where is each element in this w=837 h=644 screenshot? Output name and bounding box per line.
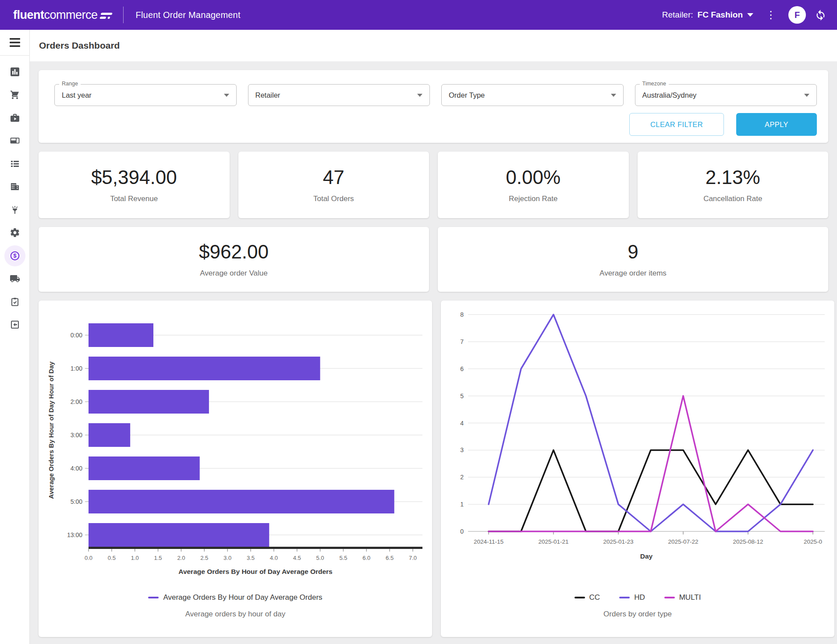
list-icon <box>10 159 20 169</box>
retailer-switcher[interactable]: Retailer: FC Fashion <box>662 10 753 20</box>
box-arrow-icon <box>10 319 20 330</box>
category-label: 0:00 <box>71 332 82 339</box>
kpi-value: 0.00% <box>506 166 560 188</box>
category-label: 13:00 <box>67 531 82 538</box>
line-chart-subtitle: Orders by order type <box>603 610 672 619</box>
header-divider <box>123 7 124 23</box>
sidebar-item-gear[interactable] <box>4 222 25 243</box>
legend-item[interactable]: Average Orders By Hour of Day Average Or… <box>148 593 322 602</box>
kpi-value: 9 <box>628 241 638 263</box>
kpi-average-order-items: 9 Average order items <box>438 227 828 292</box>
legend-item-HD[interactable]: HD <box>619 593 645 602</box>
order-type-select[interactable]: Order Type <box>441 84 624 106</box>
retailer-select[interactable]: Retailer <box>248 84 430 106</box>
sidebar-item-briefcase-play[interactable] <box>4 107 25 128</box>
overflow-menu-button[interactable]: ⋮ <box>762 8 780 22</box>
sidebar-item-dollar-circle[interactable]: $ <box>4 245 25 266</box>
refresh-button[interactable] <box>815 9 826 21</box>
sidebar-item-truck[interactable] <box>4 268 25 289</box>
legend-item-MULTI[interactable]: MULTI <box>664 593 701 602</box>
bar-segment[interactable] <box>89 456 200 480</box>
x-tick-label: 3.0 <box>223 555 231 561</box>
y-tick-label: 7 <box>460 338 464 345</box>
cart-icon <box>10 89 20 100</box>
kpi-label: Average order items <box>599 269 667 278</box>
bar-segment[interactable] <box>89 323 153 347</box>
legend-label: MULTI <box>679 593 701 602</box>
sidebar-item-list[interactable] <box>4 153 25 174</box>
bar-segment[interactable] <box>89 423 130 447</box>
range-select[interactable]: Range Last year <box>54 84 237 106</box>
x-tick-label: 1.5 <box>154 555 162 561</box>
x-tick-label: 2025-08-12 <box>733 538 763 545</box>
x-tick-label: 0.5 <box>108 555 116 561</box>
bar-segment[interactable] <box>89 523 269 547</box>
legend-label: Average Orders By Hour of Day Average Or… <box>163 593 322 602</box>
x-axis-title: Day <box>640 552 653 560</box>
gear-icon <box>10 227 20 238</box>
x-tick-label: 4.5 <box>293 555 301 561</box>
x-tick-label: 5.5 <box>339 555 347 561</box>
legend-swatch <box>575 597 585 598</box>
chevron-down-icon <box>417 94 422 97</box>
svg-text:$: $ <box>13 253 16 259</box>
sidebar-item-bar-chart[interactable] <box>4 61 25 82</box>
bar-segment[interactable] <box>89 390 209 414</box>
legend-swatch <box>619 597 630 598</box>
chevron-down-icon <box>224 94 229 97</box>
x-tick-label: 2.5 <box>200 555 208 561</box>
y-tick-label: 6 <box>460 365 464 372</box>
sidebar-item-cart[interactable] <box>4 84 25 105</box>
timezone-select[interactable]: Timezone Australia/Sydney <box>635 84 817 106</box>
range-select-label: Range <box>59 81 81 87</box>
bar-chart-card: 0:001:002:003:004:005:0013:000.00.51.01.… <box>39 301 432 637</box>
y-tick-label: 3 <box>460 446 464 453</box>
x-tick-label: 2025-01-23 <box>603 538 633 545</box>
x-tick-label: 4.0 <box>270 555 278 561</box>
category-label: 2:00 <box>71 398 82 405</box>
logo-text-secondary: commerce <box>44 8 98 22</box>
kpi-rejection-rate: 0.00% Rejection Rate <box>438 152 629 218</box>
clear-filter-button[interactable]: CLEAR FILTER <box>629 113 724 136</box>
page-title: Orders Dashboard <box>39 40 120 51</box>
sidebar-item-building[interactable] <box>4 176 25 197</box>
x-tick-label: 1.0 <box>131 555 139 561</box>
legend-swatch <box>664 597 675 598</box>
bar-chart-icon <box>10 67 20 77</box>
line-series-CC[interactable] <box>489 450 813 531</box>
x-tick-label: 2024-11-15 <box>474 538 504 545</box>
line-chart-card: 0123456782024-11-152025-01-212025-01-232… <box>441 301 834 637</box>
sidebar-item-clipboard-check[interactable] <box>4 291 25 312</box>
avatar[interactable]: F <box>788 6 806 24</box>
y-tick-label: 2 <box>460 474 464 481</box>
chevron-down-icon <box>611 94 616 97</box>
category-label: 4:00 <box>71 465 82 472</box>
x-tick-label: 6.0 <box>362 555 370 561</box>
x-tick-label: 2.0 <box>177 555 185 561</box>
order-type-select-placeholder: Order Type <box>449 91 485 99</box>
apply-button[interactable]: APPLY <box>736 113 817 136</box>
bar-segment[interactable] <box>89 490 394 513</box>
legend-item-CC[interactable]: CC <box>575 593 600 602</box>
kpi-label: Average order Value <box>200 269 267 278</box>
legend-label: HD <box>634 593 645 602</box>
sidebar-item-box-arrow[interactable] <box>4 314 25 335</box>
bar-segment[interactable] <box>89 357 320 380</box>
retailer-label: Retailer: <box>662 10 693 20</box>
y-tick-label: 5 <box>460 393 464 400</box>
kpi-total-orders: 47 Total Orders <box>238 152 429 218</box>
line-series-MULTI[interactable] <box>489 396 813 531</box>
briefcase-play-icon <box>10 113 20 123</box>
kpi-value: $962.00 <box>199 241 269 263</box>
legend-swatch <box>148 597 159 598</box>
sidebar-item-funnel[interactable] <box>4 199 25 220</box>
kpi-average-order-value: $962.00 Average order Value <box>39 227 429 292</box>
bar-chart-legend[interactable]: Average Orders By Hour of Day Average Or… <box>148 593 322 602</box>
x-tick-label: 3.5 <box>247 555 255 561</box>
x-axis-line <box>89 547 422 549</box>
hamburger-menu-button[interactable] <box>9 30 21 55</box>
sidebar-item-panel[interactable] <box>4 130 25 151</box>
top-app-bar: fluentcommerce Fluent Order Management R… <box>0 0 837 30</box>
kpi-row-1: $5,394.00 Total Revenue 47 Total Orders … <box>39 152 828 218</box>
hamburger-icon <box>9 38 21 47</box>
